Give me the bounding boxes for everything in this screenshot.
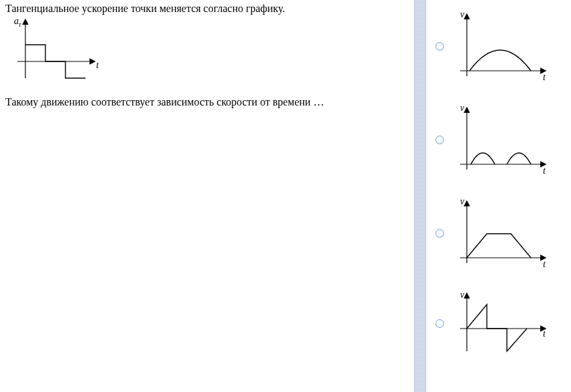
option-3-graph: v t (455, 196, 552, 270)
radio-icon[interactable] (435, 136, 444, 144)
t-label-4: t (543, 329, 546, 339)
radio-icon[interactable] (435, 229, 444, 238)
option-2[interactable]: v t (435, 103, 564, 176)
v-label-2: v (460, 103, 465, 113)
option-2-graph: v t (455, 103, 552, 176)
v-label-4: v (460, 290, 465, 300)
svg-text:aτ: aτ (14, 16, 21, 28)
t-label-2: t (543, 166, 546, 176)
option-1-graph: v t (455, 9, 552, 83)
question-line2: Такому движению соответствует зависимост… (5, 96, 409, 108)
v-label-3: v (460, 196, 465, 206)
radio-icon[interactable] (435, 319, 444, 328)
radio-icon[interactable] (435, 42, 444, 51)
a-tau-label-a: a (14, 16, 19, 26)
t-label-q: t (96, 60, 100, 70)
options-panel: v t v t v t (426, 0, 571, 392)
question-line1: Тангенциальное ускорение точки меняется … (5, 3, 409, 15)
question-acceleration-graph: aτ t (11, 15, 104, 88)
question-panel: Тангенциальное ускорение точки меняется … (0, 0, 414, 392)
option-4-graph: v t (455, 290, 552, 357)
t-label-1: t (543, 72, 546, 82)
a-tau-label-sub: τ (19, 21, 21, 28)
option-3[interactable]: v t (435, 196, 564, 270)
vertical-divider (414, 0, 426, 392)
option-4[interactable]: v t (435, 290, 564, 357)
option-1[interactable]: v t (435, 9, 564, 83)
v-label-1: v (460, 9, 465, 19)
t-label-3: t (543, 259, 546, 269)
